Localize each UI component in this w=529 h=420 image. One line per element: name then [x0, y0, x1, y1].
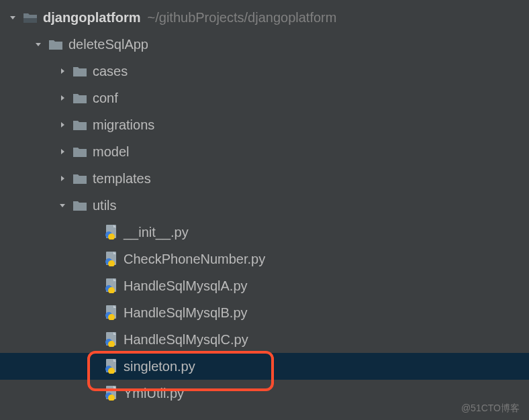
file-handlec[interactable]: HandleSqlMysqlC.py: [0, 326, 529, 353]
chevron-down-icon[interactable]: [7, 11, 19, 23]
folder-label: deleteSqlApp: [68, 37, 148, 52]
file-checkphone[interactable]: CheckPhoneNumber.py: [0, 246, 529, 272]
folder-deleteSqlApp[interactable]: deleteSqlApp: [0, 31, 529, 58]
folder-icon: [73, 172, 87, 185]
folder-icon: [73, 146, 87, 158]
folder-icon: [73, 199, 87, 211]
folder-cases[interactable]: cases: [0, 58, 529, 85]
chevron-right-icon[interactable]: [56, 92, 68, 104]
python-file-icon: [105, 332, 118, 347]
file-init[interactable]: __init__.py: [0, 219, 529, 246]
python-file-icon: [105, 386, 118, 401]
folder-label: conf: [93, 91, 118, 106]
chevron-down-icon[interactable]: [56, 199, 68, 211]
watermark: @51CTO博客: [461, 403, 520, 415]
folder-label: migrations: [93, 117, 154, 133]
chevron-down-icon[interactable]: [32, 38, 44, 50]
folder-icon: [73, 92, 87, 104]
folder-icon: [73, 65, 87, 77]
file-handlea[interactable]: HandleSqlMysqlA.py: [0, 272, 529, 299]
chevron-right-icon[interactable]: [56, 119, 68, 131]
file-label: __init__.py: [124, 225, 189, 240]
file-label: HandleSqlMysqlA.py: [124, 278, 248, 294]
python-file-icon: [105, 278, 118, 293]
file-label: singleton.py: [124, 359, 195, 374]
file-handleb[interactable]: HandleSqlMysqlB.py: [0, 299, 529, 326]
folder-label: utils: [93, 198, 117, 213]
file-label: YmlUtil.py: [124, 386, 184, 401]
root-name: djangoplatform: [43, 10, 141, 25]
python-file-icon: [105, 359, 118, 374]
folder-migrations[interactable]: migrations: [0, 111, 529, 138]
chevron-right-icon[interactable]: [56, 172, 68, 185]
folder-label: templates: [93, 171, 151, 187]
folder-utils[interactable]: utils: [0, 192, 529, 219]
python-file-icon: [105, 305, 118, 320]
file-label: HandleSqlMysqlB.py: [124, 305, 248, 321]
file-label: CheckPhoneNumber.py: [124, 252, 265, 267]
folder-root-icon: [23, 11, 38, 23]
folder-label: model: [93, 144, 129, 160]
python-file-icon: [105, 252, 118, 266]
project-tree[interactable]: djangoplatform ~/githubProjects/djangopl…: [0, 0, 529, 407]
chevron-right-icon[interactable]: [56, 65, 68, 77]
root-path: ~/githubProjects/djangoplatform: [148, 10, 337, 25]
file-singleton[interactable]: singleton.py: [0, 353, 529, 380]
folder-icon: [48, 38, 63, 50]
folder-templates[interactable]: templates: [0, 165, 529, 192]
python-file-icon: [105, 225, 118, 240]
chevron-right-icon[interactable]: [56, 146, 68, 158]
folder-model[interactable]: model: [0, 138, 529, 165]
file-label: HandleSqlMysqlC.py: [124, 332, 248, 348]
folder-icon: [73, 119, 87, 131]
file-ymlutil[interactable]: YmlUtil.py: [0, 380, 529, 407]
folder-label: cases: [93, 64, 128, 79]
tree-root[interactable]: djangoplatform ~/githubProjects/djangopl…: [0, 4, 529, 31]
folder-conf[interactable]: conf: [0, 85, 529, 111]
